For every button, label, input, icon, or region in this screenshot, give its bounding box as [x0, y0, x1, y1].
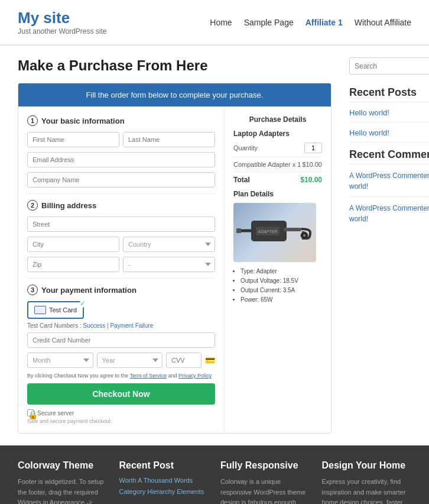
footer-col3-text: Colorway is a unique responsive WordPres… [220, 477, 310, 504]
commenter-1-link[interactable]: A WordPress Commenter [349, 172, 429, 180]
card-icon [34, 306, 46, 314]
section1-num: 1 [27, 115, 38, 126]
footer-col3: Fully Responsive Colorway is a unique re… [220, 460, 310, 504]
main-nav: Home Sample Page Affiliate 1 Without Aff… [210, 18, 411, 27]
secure-subtext: Safe and secure payment checkout. [27, 418, 215, 424]
total-row: Total $10.00 [233, 176, 322, 184]
email-input[interactable] [27, 152, 215, 167]
checkout-button[interactable]: Checkout Now [27, 383, 215, 405]
test-card-btn[interactable]: Test Card ✓ [27, 301, 84, 319]
recent-comment-2: A WordPress Commenter on Hello world! [349, 203, 429, 224]
nav-sample-page[interactable]: Sample Page [244, 18, 294, 27]
quantity-row: Quantity [233, 143, 322, 153]
company-row [27, 172, 215, 188]
nav-home[interactable]: Home [210, 18, 232, 27]
search-input[interactable] [350, 58, 429, 74]
section1-title: 1 Your basic information [27, 115, 215, 126]
recent-comment-1: A WordPress Commenter on Hello world! [349, 170, 429, 192]
product-image: ADAPTER [233, 203, 316, 262]
recent-posts-title: Recent Posts [349, 86, 429, 102]
spec-power: Power: 65W [240, 295, 322, 305]
privacy-link[interactable]: Privacy Policy [178, 373, 212, 379]
section3-title: 3 Your payment information [27, 285, 215, 295]
commenter-2-link[interactable]: A WordPress Commenter [349, 204, 429, 212]
secure-row: 🔒 Secure server [27, 409, 215, 416]
zip-input[interactable] [27, 257, 119, 272]
street-row [27, 217, 215, 232]
purchase-section: Purchase Details Laptop Adapters Quantit… [225, 106, 331, 433]
footer-main: Colorway Theme Footer is widgetized. To … [0, 445, 429, 504]
terms-link[interactable]: Term of Service [129, 373, 167, 379]
cc-row [27, 332, 215, 348]
spec-current: Output Current: 3.5A [240, 286, 322, 295]
quantity-input[interactable] [304, 143, 322, 153]
recent-post-2[interactable]: Hello world! [349, 128, 429, 137]
footer-col2: Recent Post Worth A Thousand Words Categ… [119, 460, 209, 504]
sidebar: 🔍 Recent Posts Hello world! Hello world!… [349, 57, 429, 434]
zip-extra-select[interactable]: - [123, 257, 215, 272]
month-select[interactable]: Month [27, 353, 93, 368]
svg-point-5 [303, 234, 306, 237]
footer-post-link2[interactable]: Category Hierarchy Elements [119, 488, 204, 495]
svg-text:ADAPTER: ADAPTER [258, 230, 277, 234]
footer-col3-title: Fully Responsive [220, 460, 310, 471]
compatible-row: Compatible Adapter x 1 $10.00 [233, 161, 322, 168]
footer-col1-title: Colorway Theme [18, 460, 108, 471]
section2-title: 2 Billing address [27, 200, 215, 211]
svg-rect-3 [236, 228, 241, 233]
section2-num: 2 [27, 200, 38, 211]
recent-comments-title: Recent Comments [349, 148, 429, 164]
spec-type: Type: Adapter [240, 267, 322, 276]
recent-post-1[interactable]: Hello world! [349, 108, 429, 117]
city-country-row: Country [27, 237, 215, 252]
site-tagline: Just another WordPress site [18, 27, 107, 35]
street-input[interactable] [27, 217, 215, 232]
site-branding: My site Just another WordPress site [18, 9, 107, 35]
form-section: 1 Your basic information [18, 106, 225, 433]
email-row [27, 152, 215, 167]
product-name: Laptop Adapters [233, 130, 322, 138]
company-input[interactable] [27, 172, 215, 188]
product-specs: Type: Adapter Output Voltage: 18.5V Outp… [233, 267, 322, 305]
nav-without-affiliate[interactable]: Without Affiliate [355, 18, 411, 27]
first-name-input[interactable] [27, 132, 119, 147]
footer-col4-title: Design Your Home [322, 460, 412, 471]
last-name-input[interactable] [123, 132, 215, 147]
page-title: Make a Purchase From Here [18, 57, 332, 74]
card-success-link[interactable]: Success [83, 322, 105, 329]
section3-num: 3 [27, 285, 38, 295]
checkout-body: 1 Your basic information [18, 106, 331, 433]
checkout-header: Fill the order form below to complete yo… [18, 83, 331, 106]
header: My site Just another WordPress site Home… [0, 0, 429, 45]
credit-card-input[interactable] [27, 332, 215, 348]
footer-post-link1[interactable]: Worth A Thousand Words [119, 477, 209, 484]
main-content: Make a Purchase From Here Fill the order… [0, 46, 429, 445]
spec-voltage: Output Voltage: 18.5V [240, 276, 322, 286]
purchase-title: Purchase Details [233, 115, 322, 124]
city-input[interactable] [27, 237, 119, 252]
secure-label: Secure server [37, 410, 74, 416]
search-box: 🔍 [349, 57, 429, 75]
plan-title: Plan Details [233, 190, 322, 198]
check-badge: ✓ [80, 299, 86, 308]
total-amount: $10.00 [300, 176, 322, 184]
svg-rect-1 [284, 228, 301, 231]
year-select[interactable]: Year [97, 353, 163, 368]
footer-col4-text: Express your creativity, find inspiratio… [322, 477, 412, 504]
cvv-input[interactable] [166, 353, 202, 368]
name-row [27, 132, 215, 147]
terms-text: By clicking Checkout Now you agree to th… [27, 373, 215, 379]
footer-col1: Colorway Theme Footer is widgetized. To … [18, 460, 108, 504]
checkout-box: Fill the order form below to complete yo… [18, 83, 332, 434]
country-select[interactable]: Country [123, 237, 215, 252]
footer-col2-title: Recent Post [119, 460, 209, 471]
content-area: Make a Purchase From Here Fill the order… [18, 57, 332, 434]
cvv-icon: 💳 [205, 353, 215, 368]
zip-row: - [27, 257, 215, 272]
card-failure-link[interactable]: Payment Failure [110, 322, 153, 329]
footer-col4: Design Your Home Express your creativity… [322, 460, 412, 504]
nav-affiliate1[interactable]: Affiliate 1 [306, 18, 343, 27]
site-title: My site [18, 9, 107, 27]
footer-col1-text: Footer is widgetized. To setup the foote… [18, 477, 108, 504]
lock-icon: 🔒 [27, 409, 34, 416]
